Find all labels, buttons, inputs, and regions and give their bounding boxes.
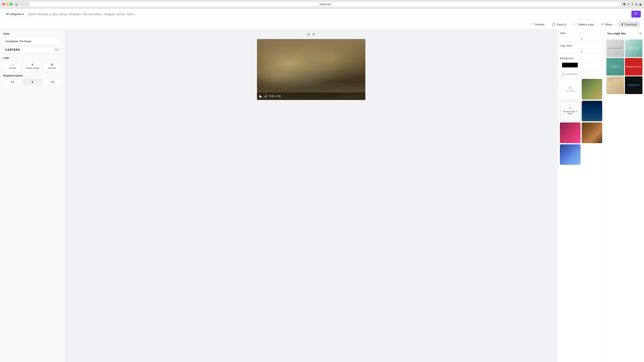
suggestion-item-4[interactable]: NO MUSIC, NO LIFE. [625,58,642,76]
traffic-light-yellow[interactable] [6,3,9,6]
sidebar-toggle-button[interactable]: ⊞ [14,2,19,6]
search-input-wrap [28,13,630,16]
upload-image-button[interactable]: ⬆ Upload Image [23,61,42,71]
close-suggestions-button[interactable]: ✕ [639,32,642,35]
speed-0-5-button[interactable]: 0.5 [3,79,22,85]
logo-glow-arrow-icon: ▾ [581,50,600,53]
back-button[interactable]: ‹ [20,2,23,6]
logo-glow-dropdown[interactable]: ▾ [560,49,602,55]
no-image-label: No image [566,90,575,92]
reader-mode-icon[interactable]: ⛊ [623,3,626,6]
text2-toggle[interactable] [54,48,60,51]
volume-button[interactable]: 🔊 [264,95,268,98]
share-label: Share [605,23,612,26]
resize-button[interactable]: ⤢ Resize [3,61,22,71]
upload-icon: ⬆ [31,63,34,66]
logo-glow-label: Logo Glow [560,44,602,47]
category-dropdown[interactable]: All Categories ▾ [3,11,26,17]
no-image-option[interactable]: 🚫 No image [560,79,580,100]
time-display: 0:00 - 0:08 [270,95,280,98]
text2-value: CARTERS [5,48,20,51]
center-area: ↺ ↻ made with Placeit ▶ 🔊 0:00 - 0:08 [65,29,557,362]
traffic-light-green[interactable] [10,3,12,6]
refresh-icon[interactable]: ↺ [627,3,630,6]
forward-button[interactable]: › [25,2,28,6]
main-content: Texts CARTERS Logo ⤢ Resize ⬆ Upload Ima… [0,29,644,362]
remove-button[interactable]: 🗑 Remove [43,61,62,71]
suggestion-item-1[interactable]: DROP IMAGE HERE [606,40,624,57]
sug-6-text: SHADOW CO [628,84,639,86]
sug-1-text: DROP IMAGE HERE [606,46,624,50]
suggestion-item-3[interactable]: UPLOAD YOUR IMAGE [606,58,624,76]
download-button[interactable]: ⬇ Download [618,21,640,28]
speed-1-5-button[interactable]: 1.5 [43,79,62,85]
save-icon: 📋 [552,23,556,26]
bg-option-3[interactable] [560,122,580,143]
speed-1-button[interactable]: 1 [23,79,42,85]
new-tab-icon[interactable]: ⊞ [635,3,638,6]
text2-row: CARTERS [3,46,62,53]
save-to-button[interactable]: 📋 Save to [550,22,568,27]
search-button[interactable]: 🔍 [632,11,641,18]
text1-input-wrap [3,37,62,45]
video-preview: made with Placeit ▶ 🔊 0:00 - 0:08 [257,39,365,100]
copy-icon: 📄 [573,23,577,26]
tabs-icon[interactable]: ▣ [639,3,642,6]
background-color-swatch [562,63,578,68]
download-icon: ⬇ [621,23,624,26]
search-input[interactable] [28,13,630,16]
upload-media-option[interactable]: ⬆ Upload Image or Video [560,101,580,121]
category-label: All Categories [6,13,22,16]
video-thumbnail: made with Placeit [257,39,365,100]
search-icon: 🔍 [562,73,565,76]
share-icon[interactable]: ⬆ [631,3,634,6]
background-label: Background [560,57,602,60]
make-copy-button[interactable]: 📄 Make a copy [572,22,596,27]
chevron-down-icon: ▾ [22,13,24,16]
logo-section: Logo ⤢ Resize ⬆ Upload Image 🗑 Remove [3,56,62,71]
sug-4-text: NO MUSIC, NO LIFE. [626,66,641,68]
logo-section-title: Logo [3,56,62,59]
heart-icon: ♡ [531,23,534,26]
suggestions-title: You might like [607,32,626,35]
logo-actions: ⤢ Resize ⬆ Upload Image 🗑 Remove [3,61,62,71]
texts-section-title: Texts [3,32,62,35]
play-button[interactable]: ▶ [259,94,262,98]
share-button[interactable]: ↗ Share [600,22,614,27]
text1-input[interactable] [5,40,60,43]
save-label: Save to [557,23,566,26]
resize-label: Resize [9,67,16,69]
video-content [257,39,365,100]
no-image-icon: 🚫 [569,86,572,89]
redo-button[interactable]: ↻ [312,32,315,37]
background-color-row[interactable] [560,61,602,69]
traffic-light-red[interactable] [2,3,5,6]
sug-3-text: UPLOAD YOUR IMAGE [606,64,624,70]
top-toolbar: ♡ Favorite 📋 Save to 📄 Make a copy ↗ Sha… [0,20,644,29]
download-label: Download [625,23,637,26]
suggestion-item-5[interactable]: UPLOAD YOUR IMAGE [606,76,624,94]
left-panel: Texts CARTERS Logo ⤢ Resize ⬆ Upload Ima… [0,29,65,362]
bg-option-5[interactable] [560,144,580,165]
playback-section: Playback Speed 0.5 1 1.5 [3,74,62,85]
playback-section-title: Playback Speed [3,74,62,77]
background-grid: 🚫 No image ⬆ Upload Image or Video [560,79,602,165]
favorite-button[interactable]: ♡ Favorite [529,22,546,27]
right-panel: Glow ▾ Logo Glow ▾ Background 🔍 🚫 No ima… [557,29,604,362]
address-bar[interactable]: placeit.net [30,2,621,7]
video-controls: ▶ 🔊 0:00 - 0:08 [257,93,365,100]
suggestion-item-2[interactable]: UPLOAD YOUR IMAGE HERE [625,40,642,57]
undo-button[interactable]: ↺ [307,32,310,37]
bg-option-4[interactable] [582,122,602,143]
background-search-input[interactable] [566,73,600,76]
upload-image-label: Upload Image [26,67,39,69]
bg-option-2[interactable] [582,101,602,121]
search-bar: All Categories ▾ 🔍 [0,9,644,20]
glow-dropdown[interactable]: ▾ [560,36,602,42]
resize-icon: ⤢ [12,63,14,66]
suggestions-header: You might like ✕ [605,29,644,38]
suggestions-panel: You might like ✕ DROP IMAGE HERE UPLOAD … [604,29,644,362]
undo-redo-controls: ↺ ↻ [307,32,315,37]
suggestion-item-6[interactable]: SHADOW CO [625,76,642,94]
bg-option-1[interactable] [582,79,602,100]
